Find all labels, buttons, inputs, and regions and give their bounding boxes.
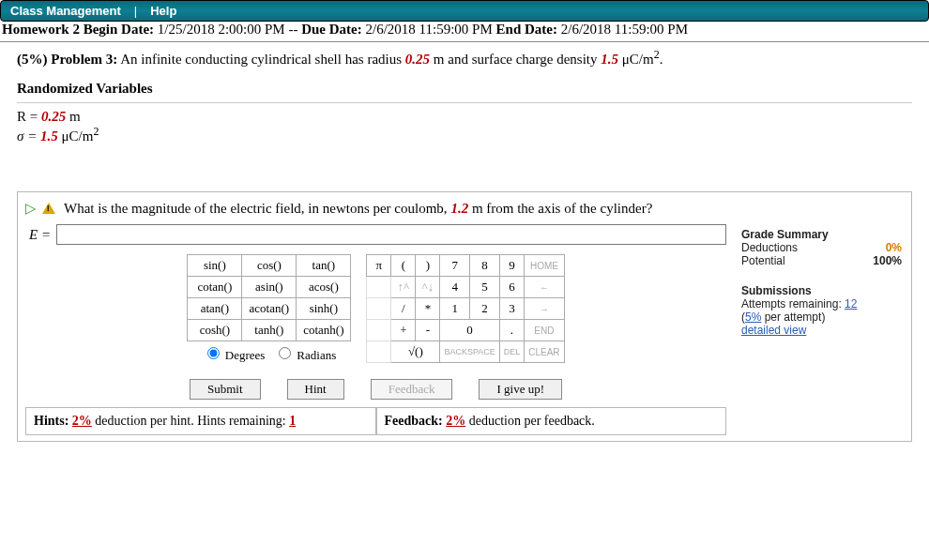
answer-input[interactable]	[56, 224, 726, 245]
topbar-sep: |	[134, 4, 137, 18]
homework-label: Homework 2	[2, 22, 80, 37]
key-2[interactable]: 2	[470, 298, 500, 320]
blank-cell-2	[367, 298, 391, 320]
randomized-variables-header: Randomized Variables	[17, 81, 912, 97]
answer-row: E =	[25, 224, 726, 245]
fb-pct[interactable]: 2%	[446, 414, 465, 428]
key-3[interactable]: 3	[499, 298, 525, 320]
key-5[interactable]: 5	[470, 277, 500, 298]
key-cosh[interactable]: cosh()	[188, 320, 242, 341]
attempts-pre: Attempts remaining:	[741, 297, 845, 310]
potential-value: 100%	[873, 254, 902, 267]
key-rparen[interactable]: )	[416, 255, 440, 277]
key-cotanh[interactable]: cotanh()	[297, 320, 351, 341]
key-lparen[interactable]: (	[391, 255, 416, 277]
hints-mid: deduction per hint. Hints remaining:	[92, 414, 289, 428]
key-right[interactable]: →	[525, 298, 564, 320]
key-acos[interactable]: acos()	[297, 277, 351, 298]
problem-r-value: 0.25	[405, 52, 430, 67]
grade-summary-header: Grade Summary	[741, 228, 902, 241]
key-tan[interactable]: tan()	[297, 255, 351, 277]
key-star[interactable]: *	[416, 298, 440, 320]
key-clear[interactable]: CLEAR	[525, 341, 564, 363]
key-sinh[interactable]: sinh()	[297, 298, 351, 320]
hints-remaining[interactable]: 1	[289, 414, 296, 428]
hints-pct[interactable]: 2%	[72, 414, 92, 428]
key-0[interactable]: 0	[440, 320, 499, 341]
answer-label: E =	[25, 227, 51, 243]
var-sigma-val: 1.5	[40, 129, 58, 144]
fb-post: deduction per feedback.	[465, 414, 595, 428]
dash: --	[285, 22, 302, 37]
key-asin[interactable]: asin()	[242, 277, 297, 298]
key-7[interactable]: 7	[440, 255, 470, 277]
key-up[interactable]: ↑^	[391, 277, 416, 298]
key-end[interactable]: END	[525, 320, 564, 341]
key-8[interactable]: 8	[470, 255, 500, 277]
due-date: 2/6/2018 11:59:00 PM	[366, 22, 496, 37]
play-icon[interactable]: ▷	[25, 200, 37, 217]
key-slash[interactable]: /	[391, 298, 416, 320]
date-bar: Homework 2 Begin Date: 1/25/2018 2:00:00…	[0, 22, 929, 42]
key-plus[interactable]: +	[391, 320, 416, 341]
key-del[interactable]: DEL	[499, 341, 525, 363]
variables-box: R = 0.25 m σ = 1.5 μC/m2	[17, 102, 912, 191]
footer-row: Hints: 2% deduction per hint. Hints rema…	[25, 407, 726, 435]
hint-button[interactable]: Hint	[287, 379, 344, 400]
problem-sigma-value: 1.5	[601, 52, 618, 67]
degrees-label: Degrees	[225, 348, 266, 362]
giveup-button[interactable]: I give up!	[479, 379, 562, 400]
submit-button[interactable]: Submit	[190, 379, 261, 400]
link-help[interactable]: Help	[150, 4, 176, 18]
key-6[interactable]: 6	[499, 277, 525, 298]
begin-date: 1/25/2018 2:00:00 PM	[158, 22, 285, 37]
attempts-value[interactable]: 12	[845, 297, 857, 310]
fb-pre: Feedback:	[385, 414, 447, 428]
key-dot[interactable]: .	[499, 320, 525, 341]
var-r-lhs: R =	[17, 109, 41, 124]
key-cos[interactable]: cos()	[242, 255, 297, 277]
blank-cell-1	[367, 277, 391, 298]
key-sin[interactable]: sin()	[188, 255, 242, 277]
action-row: Submit Hint Feedback I give up!	[25, 379, 726, 400]
var-r-val: 0.25	[41, 109, 66, 124]
per-pct[interactable]: 5%	[745, 310, 761, 324]
topbar: Class Management | Help	[0, 0, 929, 22]
key-sqrt[interactable]: √()	[391, 341, 440, 363]
var-r-row: R = 0.25 m	[17, 109, 912, 125]
problem-text-4: .	[660, 52, 663, 67]
warning-icon[interactable]	[42, 203, 55, 214]
deductions-label: Deductions	[741, 241, 798, 254]
key-backspace[interactable]: BACKSPACE	[440, 341, 499, 363]
begin-date-label: Begin Date:	[80, 22, 158, 37]
radio-degrees[interactable]: Degrees	[203, 348, 266, 362]
var-sigma-sup: 2	[93, 125, 99, 138]
key-4[interactable]: 4	[440, 277, 470, 298]
problem-label: Problem 3:	[51, 52, 117, 67]
feedback-button[interactable]: Feedback	[371, 379, 453, 400]
blank-cell-4	[367, 341, 391, 363]
feedback-cell: Feedback: 2% deduction per feedback.	[376, 407, 727, 435]
link-class-management[interactable]: Class Management	[10, 4, 121, 18]
question-text-2: m from the axis of the cylinder?	[468, 201, 652, 216]
key-minus[interactable]: -	[416, 320, 440, 341]
attempts-row: Attempts remaining: 12	[741, 297, 902, 310]
var-sigma-lhs: σ =	[17, 129, 40, 144]
problem-weight: (5%)	[17, 52, 51, 67]
detailed-view-link[interactable]: detailed view	[741, 324, 806, 337]
end-date: 2/6/2018 11:59:00 PM	[561, 22, 688, 37]
key-left[interactable]: ←	[525, 277, 564, 298]
key-home[interactable]: HOME	[525, 255, 564, 277]
radio-radians[interactable]: Radians	[274, 348, 336, 362]
submissions-header: Submissions	[741, 284, 902, 297]
key-9[interactable]: 9	[499, 255, 525, 277]
key-1[interactable]: 1	[440, 298, 470, 320]
key-cotan[interactable]: cotan()	[188, 277, 242, 298]
key-atan[interactable]: atan()	[188, 298, 242, 320]
key-pi[interactable]: π	[367, 255, 391, 277]
key-down[interactable]: ^↓	[416, 277, 440, 298]
key-acotan[interactable]: acotan()	[242, 298, 297, 320]
function-keypad: sin() cos() tan() cotan() asin() acos() …	[187, 254, 351, 366]
var-sigma-unit: μC/m	[58, 129, 94, 144]
key-tanh[interactable]: tanh()	[242, 320, 297, 341]
